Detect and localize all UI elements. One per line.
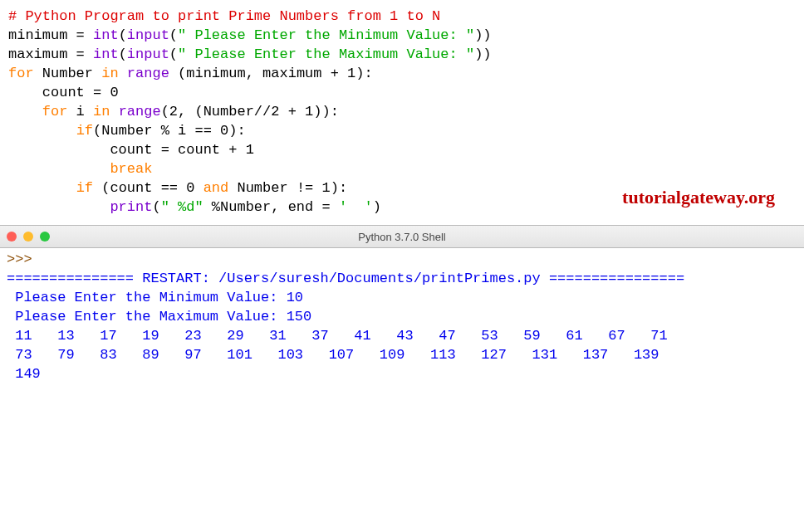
code-line: for Number in range (minimum, maximum + … bbox=[8, 64, 796, 83]
shell-input-line: Please Enter the Minimum Value: 10 bbox=[7, 288, 797, 307]
code-line: # Python Program to print Prime Numbers … bbox=[8, 7, 796, 26]
code-line: count = 0 bbox=[8, 83, 796, 102]
code-editor-pane: # Python Program to print Prime Numbers … bbox=[0, 0, 804, 225]
code-line: minimum = int(input(" Please Enter the M… bbox=[8, 26, 796, 45]
maximize-icon[interactable] bbox=[40, 232, 50, 242]
shell-output-line: 11 13 17 19 23 29 31 37 41 43 47 53 59 6… bbox=[7, 326, 797, 345]
close-icon[interactable] bbox=[7, 232, 17, 242]
shell-output-pane: >>> =============== RESTART: /Users/sure… bbox=[0, 248, 804, 390]
shell-prompt[interactable]: >>> bbox=[7, 250, 797, 269]
shell-restart-line: =============== RESTART: /Users/suresh/D… bbox=[7, 269, 797, 288]
watermark-text: tutorialgateway.org bbox=[622, 187, 775, 208]
minimize-icon[interactable] bbox=[23, 232, 33, 242]
code-line: for i in range(2, (Number//2 + 1)): bbox=[8, 102, 796, 121]
shell-input-line: Please Enter the Maximum Value: 150 bbox=[7, 307, 797, 326]
shell-output-line: 149 bbox=[7, 364, 797, 383]
window-buttons bbox=[7, 232, 50, 242]
code-line: if(Number % i == 0): bbox=[8, 121, 796, 140]
comment-text: # Python Program to print Prime Numbers … bbox=[8, 8, 440, 24]
shell-titlebar[interactable]: Python 3.7.0 Shell bbox=[0, 225, 804, 248]
code-line: maximum = int(input(" Please Enter the M… bbox=[8, 45, 796, 64]
shell-window-title: Python 3.7.0 Shell bbox=[0, 231, 804, 243]
code-line: break bbox=[8, 159, 796, 178]
code-line: count = count + 1 bbox=[8, 140, 796, 159]
shell-output-line: 73 79 83 89 97 101 103 107 109 113 127 1… bbox=[7, 345, 797, 364]
